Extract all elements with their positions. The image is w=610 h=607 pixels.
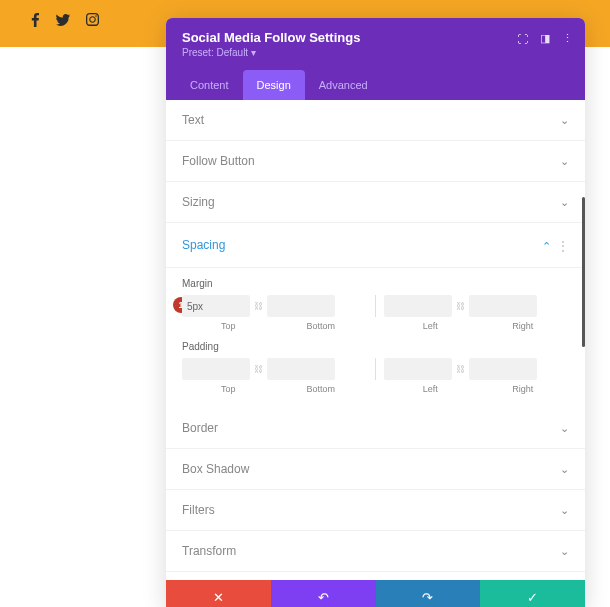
facebook-icon[interactable] — [30, 13, 40, 30]
margin-left-input[interactable] — [384, 295, 452, 317]
padding-right-input[interactable] — [469, 358, 537, 380]
section-box-shadow[interactable]: Box Shadow ⌄ — [166, 449, 585, 490]
link-icon[interactable]: ⛓ — [254, 364, 263, 374]
expand-icon[interactable]: ⛶ — [517, 33, 528, 45]
section-sizing[interactable]: Sizing ⌄ — [166, 182, 585, 223]
tabs: Content Design Advanced — [166, 70, 585, 100]
chevron-up-icon: ⌃ — [542, 240, 551, 252]
section-spacing[interactable]: Spacing ⌃⋮ — [166, 223, 585, 268]
link-icon[interactable]: ⛓ — [456, 301, 465, 311]
tab-advanced[interactable]: Advanced — [305, 70, 382, 100]
margin-bottom-input[interactable] — [267, 295, 335, 317]
modal-body: Text ⌄ Follow Button ⌄ Sizing ⌄ Spacing … — [166, 100, 585, 580]
panel-icon[interactable]: ◨ — [540, 32, 550, 45]
preset-label[interactable]: Preset: Default ▾ — [182, 47, 569, 58]
chevron-down-icon: ⌄ — [560, 422, 569, 435]
scrollbar-thumb[interactable] — [582, 197, 585, 347]
section-border[interactable]: Border ⌄ — [166, 408, 585, 449]
tab-design[interactable]: Design — [243, 70, 305, 100]
section-follow-button[interactable]: Follow Button ⌄ — [166, 141, 585, 182]
margin-right-input[interactable] — [469, 295, 537, 317]
chevron-down-icon: ▾ — [251, 47, 256, 58]
padding-left-input[interactable] — [384, 358, 452, 380]
margin-top-input[interactable] — [182, 295, 250, 317]
chevron-down-icon: ⌄ — [560, 504, 569, 517]
tab-content[interactable]: Content — [176, 70, 243, 100]
redo-button[interactable]: ↷ — [376, 580, 481, 607]
section-animation[interactable]: Animation ⌄ — [166, 572, 585, 580]
modal-title: Social Media Follow Settings — [182, 30, 569, 45]
settings-modal: Social Media Follow Settings Preset: Def… — [166, 18, 585, 607]
padding-bottom-input[interactable] — [267, 358, 335, 380]
spacing-panel: Margin 1 ⛓ ⛓ Top Bottom — [166, 278, 585, 408]
section-filters[interactable]: Filters ⌄ — [166, 490, 585, 531]
chevron-down-icon: ⌄ — [560, 155, 569, 168]
link-icon[interactable]: ⛓ — [254, 301, 263, 311]
section-text[interactable]: Text ⌄ — [166, 100, 585, 141]
more-icon[interactable]: ⋮ — [557, 239, 569, 253]
chevron-down-icon: ⌄ — [560, 114, 569, 127]
twitter-icon[interactable] — [56, 13, 70, 30]
modal-footer: ✕ ↶ ↷ ✓ — [166, 580, 585, 607]
chevron-down-icon: ⌄ — [560, 463, 569, 476]
chevron-down-icon: ⌄ — [560, 545, 569, 558]
save-button[interactable]: ✓ — [480, 580, 585, 607]
modal-header: Social Media Follow Settings Preset: Def… — [166, 18, 585, 70]
cancel-button[interactable]: ✕ — [166, 580, 271, 607]
undo-button[interactable]: ↶ — [271, 580, 376, 607]
padding-label: Padding — [182, 341, 569, 352]
more-icon[interactable]: ⋮ — [562, 32, 573, 45]
section-transform[interactable]: Transform ⌄ — [166, 531, 585, 572]
chevron-down-icon: ⌄ — [560, 196, 569, 209]
padding-top-input[interactable] — [182, 358, 250, 380]
link-icon[interactable]: ⛓ — [456, 364, 465, 374]
margin-label: Margin — [182, 278, 569, 289]
instagram-icon[interactable] — [86, 13, 99, 30]
